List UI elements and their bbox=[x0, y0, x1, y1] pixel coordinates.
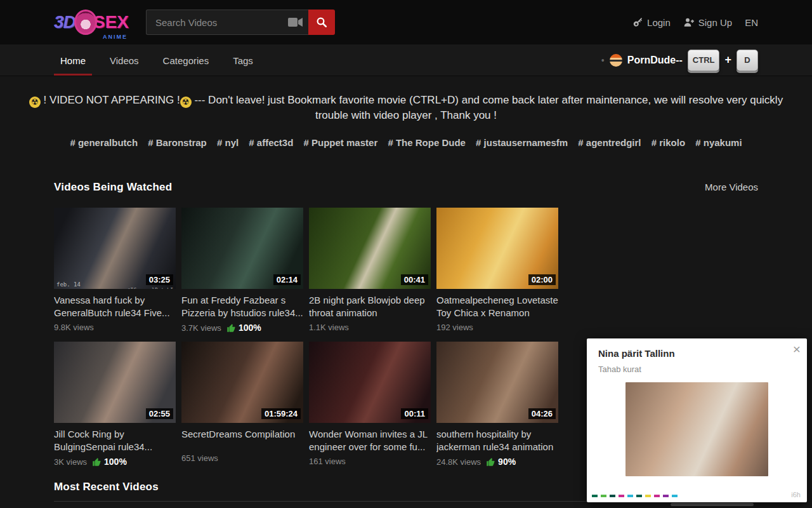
login-link[interactable]: Login bbox=[633, 17, 671, 28]
signup-link[interactable]: Sign Up bbox=[683, 17, 732, 28]
video-title[interactable]: Fun at Freddy Fazbear s Pizzeria by hstu… bbox=[181, 294, 303, 319]
tag-link[interactable]: # generalbutch bbox=[70, 137, 138, 148]
notice-headline: ! VIDEO NOT APPEARING ! bbox=[44, 94, 180, 106]
video-card[interactable]: 00:11 Wonder Woman invites a JL engineer… bbox=[309, 342, 431, 467]
d-keycap[interactable]: D bbox=[737, 50, 758, 71]
view-count: 651 views bbox=[181, 453, 218, 463]
nav-item-videos[interactable]: Videos bbox=[103, 45, 145, 76]
logo-3d-text: 3D bbox=[54, 12, 75, 32]
top-header: 3D SEX ANIME Login bbox=[0, 0, 812, 44]
site-logo[interactable]: 3D SEX ANIME bbox=[54, 6, 129, 39]
ctrl-keycap[interactable]: CTRL bbox=[688, 50, 720, 71]
more-videos-link[interactable]: More Videos bbox=[705, 182, 758, 192]
nav-item-tags[interactable]: Tags bbox=[226, 45, 259, 76]
view-count: 192 views bbox=[436, 323, 473, 332]
video-card[interactable]: feb. 14 03:25 @IGeneralButchI Vanessa ha… bbox=[54, 208, 176, 333]
tag-link[interactable]: # Puppet master bbox=[304, 137, 378, 148]
video-thumbnail[interactable]: 00:41 bbox=[309, 208, 431, 289]
video-grid: feb. 14 03:25 @IGeneralButchI Vanessa ha… bbox=[54, 208, 561, 467]
user-plus-icon bbox=[683, 17, 695, 27]
video-title[interactable]: southern hospitality by jackerman rule34… bbox=[436, 428, 558, 453]
horizontal-scrollbar-thumb[interactable] bbox=[671, 503, 754, 506]
ad-popup: × Nina pärit Tallinn Tahab kurat i6h bbox=[587, 338, 807, 502]
video-title[interactable]: 2B night park Blowjob deep throat animat… bbox=[309, 294, 431, 319]
logo-emblem-icon bbox=[74, 10, 97, 35]
video-thumbnail[interactable]: 02:14 bbox=[181, 208, 303, 289]
video-duration: 02:00 bbox=[528, 274, 556, 285]
video-thumbnail[interactable]: 04:26 bbox=[436, 342, 558, 423]
thumb-overlay-date: feb. 14 bbox=[56, 281, 81, 288]
notice-message: --- Don't leave! just Bookmark favorite … bbox=[194, 94, 783, 121]
video-duration: 04:26 bbox=[528, 408, 556, 419]
nav-item-categories[interactable]: Categories bbox=[157, 45, 216, 76]
video-thumbnail[interactable]: 00:11 bbox=[309, 342, 431, 423]
popup-ad-image[interactable] bbox=[625, 382, 768, 476]
porndude-promo[interactable]: • PornDude-- CTRL + D bbox=[601, 50, 758, 71]
video-thumbnail[interactable]: feb. 14 03:25 @IGeneralButchI bbox=[54, 208, 176, 289]
search-icon bbox=[316, 17, 327, 28]
video-card[interactable]: 01:59:24 SecretDreams Compilation 651 vi… bbox=[181, 342, 303, 467]
logo-anime-text: ANIME bbox=[103, 34, 128, 40]
tag-link[interactable]: # agentredgirl bbox=[578, 137, 641, 148]
popup-badge: i6h bbox=[791, 491, 801, 498]
search-input[interactable] bbox=[146, 10, 310, 35]
section-title-recent: Most Recent Videos bbox=[54, 481, 159, 493]
tag-link[interactable]: # nyl bbox=[217, 137, 239, 148]
tag-link[interactable]: # affect3d bbox=[249, 137, 293, 148]
header-actions: Login Sign Up EN bbox=[633, 17, 758, 28]
video-title[interactable]: Wonder Woman invites a JL engineer over … bbox=[309, 428, 431, 453]
view-count: 1.1K views bbox=[309, 323, 349, 332]
tag-link[interactable]: # Baronstrap bbox=[148, 137, 207, 148]
key-icon bbox=[633, 17, 643, 27]
video-title[interactable]: SecretDreams Compilation bbox=[181, 428, 303, 441]
popup-color-dashes bbox=[592, 495, 678, 497]
video-duration: 02:14 bbox=[273, 274, 301, 285]
thumbs-up-icon bbox=[226, 323, 236, 333]
video-thumbnail[interactable]: 02:55 bbox=[54, 342, 176, 423]
video-card[interactable]: 04:26 southern hospitality by jackerman … bbox=[436, 342, 558, 467]
view-count: 161 views bbox=[309, 457, 346, 466]
signup-label: Sign Up bbox=[698, 17, 732, 28]
maintenance-notice: ☢ ! VIDEO NOT APPEARING !☢ --- Don't lea… bbox=[0, 76, 812, 123]
video-title[interactable]: Vanessa hard fuck by GeneralButch rule34… bbox=[54, 294, 176, 319]
tag-link[interactable]: # The Rope Dude bbox=[388, 137, 466, 148]
section-title-watched: Videos Being Watched bbox=[54, 181, 172, 194]
video-thumbnail[interactable]: 02:00 bbox=[436, 208, 558, 289]
video-duration: 02:55 bbox=[146, 408, 173, 419]
view-count: 9.8K views bbox=[54, 323, 94, 332]
video-card[interactable]: 02:14 Fun at Freddy Fazbear s Pizzeria b… bbox=[181, 208, 303, 333]
video-duration: 03:25 bbox=[146, 274, 173, 285]
search-bar bbox=[146, 10, 335, 35]
popup-subtitle: Tahab kurat bbox=[587, 359, 807, 374]
video-card[interactable]: 02:55 Jill Cock Ring by BulgingSenpai ru… bbox=[54, 342, 176, 467]
video-card[interactable]: 02:00 Oatmealpecheneg Lovetaste Toy Chic… bbox=[436, 208, 558, 333]
search-button[interactable] bbox=[308, 10, 335, 35]
thumbs-up-icon bbox=[486, 457, 495, 467]
video-duration: 00:41 bbox=[401, 274, 428, 285]
plus-sign: + bbox=[724, 53, 731, 67]
thumb-watermark: @IGeneralButchI bbox=[128, 288, 173, 289]
popup-close-icon[interactable]: × bbox=[793, 343, 801, 356]
rating-badge: 100% bbox=[226, 323, 261, 333]
view-count: 24.8K views bbox=[436, 457, 481, 467]
main-nav: Home Videos Categories Tags • PornDude--… bbox=[0, 44, 812, 76]
video-thumbnail[interactable]: 01:59:24 bbox=[181, 342, 303, 423]
login-label: Login bbox=[647, 17, 671, 28]
radioactive-icon: ☢ bbox=[29, 97, 41, 108]
video-title[interactable]: Jill Cock Ring by BulgingSenpai rule34..… bbox=[54, 428, 176, 453]
tag-link[interactable]: # nyakumi bbox=[695, 137, 742, 148]
logo-sex-text: SEX bbox=[93, 12, 129, 32]
radioactive-icon: ☢ bbox=[180, 97, 192, 108]
view-count: 3K views bbox=[54, 457, 87, 467]
video-title[interactable]: Oatmealpecheneg Lovetaste Toy Chica x Re… bbox=[436, 294, 558, 319]
tag-link[interactable]: # justausernamesfm bbox=[476, 137, 568, 148]
nav-item-home[interactable]: Home bbox=[54, 45, 92, 76]
popup-title: Nina pärit Tallinn bbox=[587, 338, 807, 359]
video-card[interactable]: 00:41 2B night park Blowjob deep throat … bbox=[309, 208, 431, 333]
porndude-label: PornDude-- bbox=[627, 55, 683, 66]
video-duration: 00:11 bbox=[401, 408, 428, 419]
tag-link[interactable]: # rikolo bbox=[652, 137, 685, 148]
video-duration: 01:59:24 bbox=[261, 408, 301, 419]
language-selector[interactable]: EN bbox=[745, 17, 758, 28]
rating-badge: 100% bbox=[92, 457, 127, 467]
